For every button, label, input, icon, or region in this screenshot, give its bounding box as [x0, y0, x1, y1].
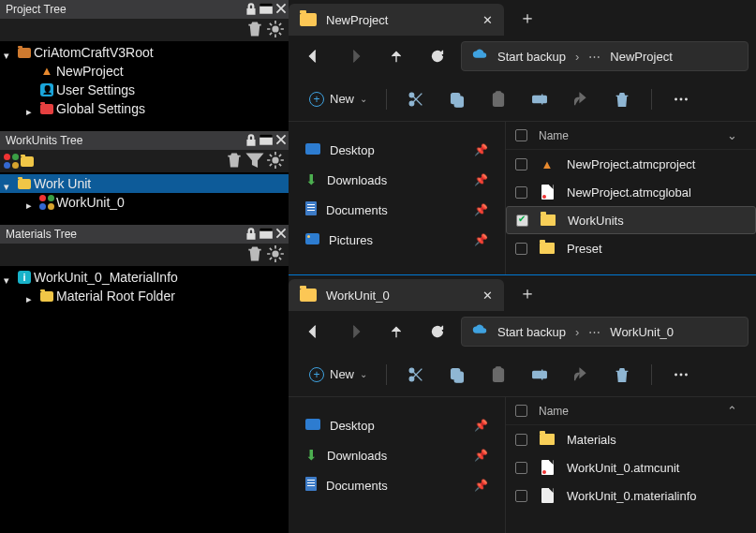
refresh-button[interactable]	[420, 39, 455, 73]
trash-icon[interactable]	[245, 20, 264, 41]
lock-icon[interactable]	[244, 1, 259, 19]
delete-icon[interactable]	[602, 82, 642, 116]
nav-item[interactable]: ⬇ Downloads 📌	[289, 165, 505, 195]
new-tab-button[interactable]: ＋	[504, 282, 551, 304]
file-checkbox[interactable]	[516, 215, 528, 227]
breadcrumb-tail[interactable]: NewProject	[610, 50, 672, 64]
copy-icon[interactable]	[437, 82, 477, 116]
window-icon[interactable]	[259, 226, 274, 244]
nav-item[interactable]: Desktop 📌	[289, 135, 505, 165]
name-column-label[interactable]: Name	[539, 405, 716, 418]
pin-icon[interactable]: 📌	[474, 449, 488, 462]
breadcrumb-action[interactable]: Start backup	[497, 50, 566, 64]
up-button[interactable]	[378, 315, 414, 348]
expand-arrow-icon[interactable]	[4, 47, 15, 58]
lock-icon[interactable]	[244, 132, 259, 150]
pin-icon[interactable]: 📌	[474, 203, 488, 216]
tree-row[interactable]: User Settings	[0, 81, 289, 99]
expand-arrow-icon[interactable]	[26, 103, 37, 114]
column-header[interactable]: Name ⌃	[506, 397, 756, 425]
name-column-label[interactable]: Name	[539, 129, 716, 142]
rename-icon[interactable]	[520, 82, 559, 116]
copy-icon[interactable]	[437, 358, 477, 392]
cut-icon[interactable]	[396, 358, 436, 392]
ellipsis-icon[interactable]: ⋯	[588, 50, 600, 64]
close-icon[interactable]	[274, 1, 289, 19]
up-button[interactable]	[378, 39, 414, 73]
back-button[interactable]	[296, 315, 332, 348]
tree-row[interactable]: ▲ NewProject	[0, 62, 289, 81]
tree-row[interactable]: Work Unit	[0, 174, 289, 193]
tree-row[interactable]: CriAtomCraftV3Root	[0, 43, 289, 62]
gear-icon[interactable]	[266, 151, 285, 172]
file-checkbox[interactable]	[515, 490, 527, 502]
file-checkbox[interactable]	[515, 186, 527, 199]
tree-row[interactable]: WorkUnit_0	[0, 193, 289, 212]
refresh-button[interactable]	[420, 315, 455, 348]
expand-arrow-icon[interactable]	[26, 290, 37, 302]
nav-item[interactable]: Documents 📌	[289, 195, 505, 225]
nav-item[interactable]: Desktop 📌	[289, 410, 505, 440]
expand-arrow-icon[interactable]	[26, 197, 37, 208]
new-button[interactable]: + New ⌄	[300, 363, 377, 386]
tree-row[interactable]: i WorkUnit_0_MaterialInfo	[0, 268, 289, 287]
breadcrumb-tail[interactable]: WorkUnit_0	[610, 325, 674, 339]
more-icon[interactable]	[661, 358, 701, 392]
trash-icon[interactable]	[245, 244, 264, 266]
file-row[interactable]: Materials	[506, 425, 756, 453]
gear-icon[interactable]	[266, 244, 285, 266]
folder-icon[interactable]	[21, 156, 34, 167]
nav-item[interactable]: Pictures 📌	[289, 225, 505, 255]
forward-button[interactable]	[337, 39, 373, 73]
select-all-checkbox[interactable]	[515, 405, 527, 417]
more-icon[interactable]	[661, 82, 701, 116]
select-all-checkbox[interactable]	[515, 129, 527, 141]
column-header[interactable]: Name ⌄	[506, 122, 756, 150]
close-icon[interactable]	[274, 132, 289, 150]
pin-icon[interactable]: 📌	[474, 233, 488, 246]
tab[interactable]: NewProject ✕	[289, 4, 504, 36]
window-icon[interactable]	[259, 1, 274, 19]
gear-icon[interactable]	[266, 20, 285, 41]
tab-close-icon[interactable]: ✕	[482, 289, 493, 303]
nav-item[interactable]: ⬇ Downloads 📌	[289, 440, 505, 470]
paste-icon[interactable]	[479, 82, 518, 116]
pin-icon[interactable]: 📌	[474, 143, 488, 156]
share-icon[interactable]	[561, 82, 600, 116]
new-button[interactable]: + New ⌄	[300, 88, 377, 111]
nav-item[interactable]: Documents 📌	[289, 470, 505, 500]
close-icon[interactable]	[274, 226, 289, 244]
expand-arrow-icon[interactable]	[4, 272, 15, 283]
address-bar[interactable]: Start backup › ⋯ NewProject	[461, 41, 749, 71]
lock-icon[interactable]	[244, 226, 259, 244]
tree-row[interactable]: Material Root Folder	[0, 287, 289, 305]
tab-close-icon[interactable]: ✕	[482, 13, 493, 27]
breadcrumb-action[interactable]: Start backup	[497, 325, 566, 339]
file-row[interactable]: Preset	[506, 234, 756, 262]
pin-icon[interactable]: 📌	[474, 173, 488, 186]
paste-icon[interactable]	[479, 358, 518, 392]
file-checkbox[interactable]	[515, 462, 527, 474]
new-tab-button[interactable]: ＋	[504, 7, 551, 29]
expand-arrow-icon[interactable]	[4, 178, 15, 189]
file-row[interactable]: WorkUnit_0.materialinfo	[506, 481, 756, 510]
file-checkbox[interactable]	[515, 158, 527, 170]
filter-icon[interactable]	[245, 151, 264, 172]
back-button[interactable]	[296, 39, 332, 73]
rename-icon[interactable]	[520, 358, 559, 392]
address-bar[interactable]: Start backup › ⋯ WorkUnit_0	[461, 317, 749, 347]
file-checkbox[interactable]	[515, 243, 527, 255]
pin-icon[interactable]: 📌	[474, 479, 488, 492]
window-icon[interactable]	[259, 132, 274, 150]
file-checkbox[interactable]	[515, 434, 527, 446]
delete-icon[interactable]	[602, 358, 642, 392]
forward-button[interactable]	[337, 315, 373, 348]
file-row[interactable]: WorkUnit_0.atmcunit	[506, 453, 756, 481]
file-row[interactable]: NewProject.atmcglobal	[506, 178, 756, 206]
workunits-view-icon[interactable]	[4, 154, 19, 169]
cut-icon[interactable]	[396, 82, 436, 116]
file-row[interactable]: ▲ NewProject.atmcproject	[506, 150, 756, 178]
ellipsis-icon[interactable]: ⋯	[588, 325, 600, 339]
tab[interactable]: WorkUnit_0 ✕	[289, 279, 504, 311]
tree-row[interactable]: Global Settings	[0, 99, 289, 118]
